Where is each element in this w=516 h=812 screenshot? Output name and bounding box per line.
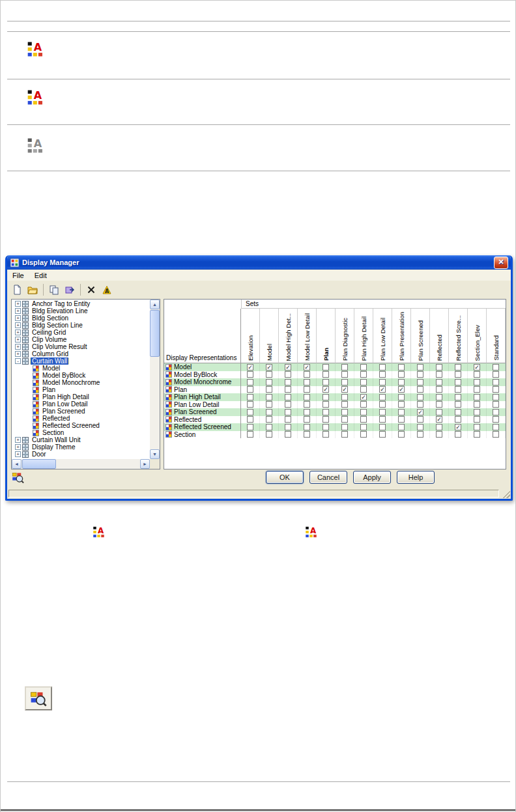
checkbox-unchecked[interactable] bbox=[436, 431, 442, 438]
set-cell-section-plan-low-detail[interactable] bbox=[373, 431, 392, 439]
checkbox-unchecked[interactable] bbox=[360, 416, 367, 423]
set-cell-plan-high-detail-plan-high-detail[interactable]: ✓ bbox=[354, 393, 373, 401]
set-cell-reflected-screened-plan-high-detail[interactable] bbox=[354, 423, 373, 431]
checkbox-unchecked[interactable] bbox=[266, 416, 272, 423]
set-cell-plan-low-detail-reflected-scre[interactable] bbox=[449, 401, 468, 409]
set-cell-reflected-screened-model-low-detail[interactable] bbox=[298, 423, 317, 431]
set-cell-plan-high-detail-plan-low-detail[interactable] bbox=[373, 393, 392, 401]
set-cell-model-monochrome-plan-presentation[interactable] bbox=[392, 378, 411, 386]
set-cell-plan-low-detail-plan-diagnostic[interactable] bbox=[336, 401, 354, 409]
checkbox-unchecked[interactable] bbox=[304, 431, 310, 438]
set-cell-reflected-screened-plan[interactable] bbox=[317, 423, 336, 431]
checkbox-unchecked[interactable] bbox=[474, 401, 480, 408]
set-cell-model-byblock-model[interactable] bbox=[260, 371, 279, 379]
copy-icon[interactable] bbox=[47, 283, 61, 297]
set-cell-model-byblock-reflected[interactable] bbox=[430, 371, 449, 379]
checkbox-unchecked[interactable] bbox=[247, 371, 253, 378]
tree-item-bldg-section-line[interactable]: +Bldg Section Line bbox=[12, 322, 150, 329]
checkbox-unchecked[interactable] bbox=[436, 364, 442, 371]
set-cell-reflected-plan-low-detail[interactable] bbox=[373, 416, 392, 424]
scroll-left-icon[interactable]: ◄ bbox=[12, 459, 22, 469]
checkbox-unchecked[interactable] bbox=[474, 394, 480, 400]
checkbox-unchecked[interactable] bbox=[455, 416, 461, 423]
checkbox-unchecked[interactable] bbox=[247, 379, 253, 385]
set-cell-reflected-plan-presentation[interactable] bbox=[392, 416, 411, 424]
set-cell-model-plan-high-detail[interactable] bbox=[354, 363, 373, 371]
expand-icon[interactable]: + bbox=[15, 444, 21, 450]
checkbox-unchecked[interactable] bbox=[379, 416, 386, 423]
checkbox-unchecked[interactable] bbox=[360, 431, 367, 438]
set-cell-section-plan-diagnostic[interactable] bbox=[336, 431, 354, 439]
checkbox-unchecked[interactable] bbox=[455, 386, 461, 393]
set-cell-model-byblock-model-high-det[interactable] bbox=[279, 371, 298, 379]
checkbox-unchecked[interactable] bbox=[417, 371, 423, 378]
set-cell-plan-high-detail-plan[interactable] bbox=[317, 393, 336, 401]
checkbox-unchecked[interactable] bbox=[436, 401, 442, 408]
tree-item-column-grid[interactable]: +Column Grid bbox=[12, 350, 150, 357]
set-cell-plan-low-detail-plan-low-detail[interactable] bbox=[373, 401, 392, 409]
set-cell-model-byblock-section-elev[interactable] bbox=[468, 371, 487, 379]
checkbox-unchecked[interactable] bbox=[304, 379, 310, 385]
set-cell-plan-low-detail-reflected[interactable] bbox=[430, 401, 449, 409]
delete-icon[interactable] bbox=[84, 283, 98, 297]
set-cell-reflected-plan[interactable] bbox=[317, 416, 336, 424]
expand-icon[interactable]: + bbox=[15, 337, 21, 343]
set-cell-plan-standard[interactable] bbox=[487, 386, 506, 394]
checkbox-unchecked[interactable] bbox=[360, 371, 367, 378]
set-cell-section-elevation[interactable] bbox=[241, 431, 260, 439]
set-cell-reflected-screened-model-high-det[interactable] bbox=[279, 423, 298, 431]
checkbox-unchecked[interactable] bbox=[266, 409, 272, 415]
checkbox-unchecked[interactable] bbox=[398, 431, 405, 438]
checkbox-unchecked[interactable] bbox=[322, 364, 329, 371]
expand-icon[interactable]: + bbox=[15, 301, 21, 307]
checkbox-unchecked[interactable] bbox=[304, 416, 310, 423]
set-cell-section-plan-presentation[interactable] bbox=[392, 431, 411, 439]
checkbox-checked[interactable]: ✓ bbox=[379, 386, 386, 393]
set-cell-model-monochrome-model-low-detail[interactable] bbox=[298, 378, 317, 386]
set-cell-plan-reflected-scre[interactable] bbox=[449, 386, 468, 394]
tree-item-plan-low-detail[interactable]: Plan Low Detail bbox=[12, 400, 150, 408]
checkbox-unchecked[interactable] bbox=[474, 379, 480, 385]
set-cell-model-byblock-plan-screened[interactable] bbox=[411, 371, 430, 379]
set-cell-plan-section-elev[interactable] bbox=[468, 386, 487, 394]
checkbox-unchecked[interactable] bbox=[341, 431, 348, 438]
set-cell-model-byblock-plan-diagnostic[interactable] bbox=[336, 371, 354, 379]
menu-file[interactable]: File bbox=[7, 271, 29, 280]
set-cell-model-monochrome-reflected-scre[interactable] bbox=[449, 378, 468, 386]
checkbox-unchecked[interactable] bbox=[493, 431, 499, 438]
checkbox-unchecked[interactable] bbox=[322, 379, 329, 385]
checkbox-unchecked[interactable] bbox=[455, 431, 461, 438]
checkbox-unchecked[interactable] bbox=[493, 364, 499, 371]
set-cell-plan-high-detail-reflected[interactable] bbox=[430, 393, 449, 401]
checkbox-unchecked[interactable] bbox=[341, 424, 348, 430]
set-cell-reflected-plan-diagnostic[interactable] bbox=[336, 416, 354, 424]
set-cell-plan-screened-plan-screened[interactable]: ✓ bbox=[411, 408, 430, 416]
checkbox-unchecked[interactable] bbox=[493, 424, 499, 430]
checkbox-unchecked[interactable] bbox=[360, 364, 367, 371]
set-cell-reflected-screened-plan-diagnostic[interactable] bbox=[336, 423, 354, 431]
checkbox-unchecked[interactable] bbox=[398, 416, 405, 423]
checkbox-unchecked[interactable] bbox=[379, 431, 386, 438]
set-cell-plan-low-detail-plan-presentation[interactable] bbox=[392, 401, 411, 409]
set-cell-reflected-reflected[interactable]: ✓ bbox=[430, 416, 449, 424]
expand-icon[interactable]: + bbox=[15, 322, 21, 328]
checkbox-unchecked[interactable] bbox=[266, 431, 272, 438]
checkbox-unchecked[interactable] bbox=[455, 401, 461, 408]
tree-item-section[interactable]: Section bbox=[12, 429, 150, 436]
set-cell-plan-high-detail-model-low-detail[interactable] bbox=[298, 393, 317, 401]
set-cell-model-monochrome-elevation[interactable] bbox=[241, 378, 260, 386]
checkbox-unchecked[interactable] bbox=[266, 379, 272, 385]
set-cell-plan-screened-plan-high-detail[interactable] bbox=[354, 408, 373, 416]
set-cell-model-elevation[interactable]: ✓ bbox=[241, 363, 260, 371]
cancel-button[interactable]: Cancel bbox=[309, 471, 347, 484]
checkbox-unchecked[interactable] bbox=[455, 379, 461, 385]
send-icon[interactable] bbox=[63, 283, 77, 297]
checkbox-unchecked[interactable] bbox=[417, 401, 423, 408]
set-cell-section-reflected[interactable] bbox=[430, 431, 449, 439]
set-cell-reflected-screened-model[interactable] bbox=[260, 423, 279, 431]
checkbox-unchecked[interactable] bbox=[266, 394, 272, 400]
checkbox-unchecked[interactable] bbox=[341, 409, 348, 415]
checkbox-checked[interactable]: ✓ bbox=[304, 364, 310, 371]
expand-icon[interactable]: + bbox=[15, 451, 21, 457]
set-cell-plan-low-detail-plan-high-detail[interactable] bbox=[354, 401, 373, 409]
